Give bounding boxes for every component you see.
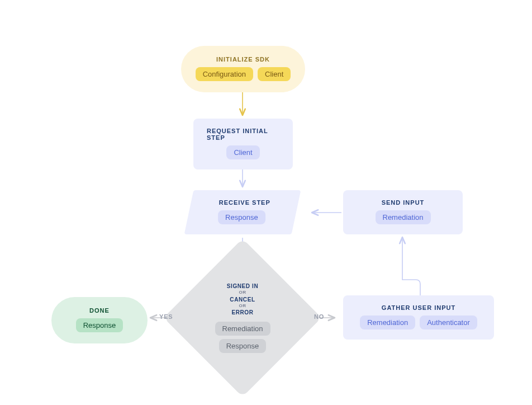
edge-label-no: NO — [314, 313, 324, 320]
edge-label-yes: YES — [159, 313, 173, 320]
initialize-sdk-node: INITIALIZE SDK Configuration Client — [181, 46, 305, 92]
send-input-node: SEND INPUT Remediation — [343, 190, 463, 234]
receive-step-chips: Response — [218, 210, 265, 224]
chip-remediation-decision: Remediation — [215, 322, 270, 336]
chip-remediation-send: Remediation — [376, 210, 431, 224]
decision-node: SIGNED IN OR CANCEL OR ERROR Remediation… — [187, 262, 298, 374]
receive-step-node: RECEIVE STEP Response — [184, 190, 301, 234]
done-title: DONE — [89, 307, 110, 314]
chip-response-decision: Response — [219, 339, 267, 353]
gather-user-input-chips: Remediation Authenticator — [360, 315, 477, 329]
initialize-sdk-title: INITIALIZE SDK — [216, 56, 270, 63]
done-node: DONE Response — [51, 297, 148, 343]
chip-authenticator: Authenticator — [420, 315, 477, 329]
chip-client: Client — [258, 67, 291, 81]
chip-response-done: Response — [76, 318, 124, 332]
chip-response: Response — [218, 210, 265, 224]
send-input-chips: Remediation — [376, 210, 431, 224]
gather-user-input-title: GATHER USER INPUT — [382, 304, 455, 311]
request-initial-step-title: REQUEST INITIAL STEP — [207, 128, 279, 141]
receive-step-title: RECEIVE STEP — [219, 199, 270, 206]
chip-remediation-gather: Remediation — [360, 315, 415, 329]
gather-user-input-node: GATHER USER INPUT Remediation Authentica… — [343, 295, 494, 340]
done-chips: Response — [76, 318, 124, 332]
request-initial-step-chips: Client — [226, 145, 259, 159]
request-initial-step-node: REQUEST INITIAL STEP Client — [193, 119, 293, 169]
chip-client-2: Client — [226, 145, 259, 159]
chip-configuration: Configuration — [196, 67, 253, 81]
decision-titles: SIGNED IN OR CANCEL OR ERROR — [227, 282, 259, 316]
initialize-sdk-chips: Configuration Client — [196, 67, 291, 81]
send-input-title: SEND INPUT — [382, 199, 425, 206]
